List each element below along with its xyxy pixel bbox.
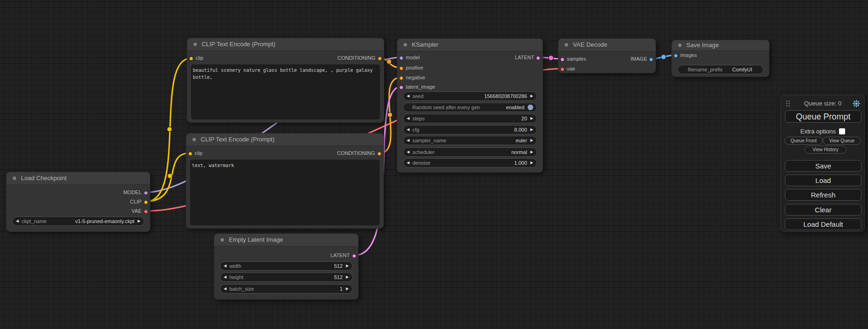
negative-input-slot[interactable]	[399, 76, 403, 80]
node-load-checkpoint[interactable]: Load Checkpoint MODEL CLIP VAE ◀ ckpt_na…	[6, 172, 150, 232]
increment-arrow-icon[interactable]: ▶	[530, 128, 533, 132]
collapse-dot-icon[interactable]	[192, 137, 197, 142]
widget-value: 1	[340, 286, 343, 292]
node-save-image[interactable]: Save Image images filename_prefix ComfyU…	[671, 40, 769, 77]
node-clip-text-encode-negative[interactable]: CLIP Text Encode (Prompt) clip CONDITION…	[186, 133, 384, 229]
increment-arrow-icon[interactable]: ▶	[346, 264, 349, 268]
prompt-textarea[interactable]: beautiful scenery nature glass bottle la…	[191, 64, 380, 119]
decrement-arrow-icon[interactable]: ◀	[407, 128, 409, 132]
save-button[interactable]: Save	[785, 160, 861, 172]
filename-prefix-widget[interactable]: filename_prefix ComfyUI	[677, 65, 763, 74]
node-empty-latent-image[interactable]: Empty Latent Image LATENT ◀ width 512 ▶ …	[214, 233, 359, 300]
model-input-slot[interactable]	[399, 56, 403, 60]
samples-input-slot[interactable]	[560, 57, 565, 62]
widget-value: 8.000	[514, 127, 527, 133]
increment-arrow-icon[interactable]: ▶	[346, 287, 349, 291]
node-title-bar[interactable]: Save Image	[672, 40, 769, 51]
widget-value: enabled	[506, 105, 524, 110]
latent-output-slot[interactable]	[352, 254, 356, 258]
increment-arrow-icon[interactable]: ▶	[346, 275, 349, 279]
node-title: VAE Decode	[573, 41, 607, 48]
decrement-arrow-icon[interactable]: ◀	[407, 161, 409, 165]
decrement-arrow-icon[interactable]: ◀	[407, 94, 409, 98]
node-title-bar[interactable]: KSampler	[397, 39, 543, 51]
vae-input-slot[interactable]	[560, 67, 565, 71]
output-label: CLIP	[130, 199, 141, 204]
toggle-icon[interactable]	[528, 105, 533, 110]
increment-arrow-icon[interactable]: ▶	[530, 161, 533, 165]
widget-label: sampler_name	[412, 138, 446, 143]
node-vae-decode[interactable]: VAE Decode samples IMAGE vae	[558, 38, 656, 73]
image-output-slot[interactable]	[649, 57, 653, 62]
increment-arrow-icon[interactable]: ▶	[530, 150, 533, 154]
positive-input-slot[interactable]	[399, 66, 403, 70]
latent-image-input-slot[interactable]	[399, 85, 403, 90]
sampler-name-widget[interactable]: ◀ sampler_name euler ▶	[403, 136, 537, 145]
node-title-bar[interactable]: VAE Decode	[558, 39, 656, 51]
clear-button[interactable]: Clear	[785, 204, 861, 216]
decrement-arrow-icon[interactable]: ◀	[224, 264, 226, 268]
queue-prompt-button[interactable]: Queue Prompt	[785, 110, 861, 123]
node-graph-canvas[interactable]: Load Checkpoint MODEL CLIP VAE ◀ ckpt_na…	[0, 0, 868, 329]
output-label: IMAGE	[631, 56, 647, 62]
view-history-button[interactable]: View History	[804, 146, 847, 154]
increment-arrow-icon[interactable]: ▶	[530, 117, 533, 120]
decrement-arrow-icon[interactable]: ◀	[224, 287, 226, 291]
node-title-bar[interactable]: Empty Latent Image	[214, 234, 358, 246]
clip-input-slot[interactable]	[188, 152, 192, 156]
collapse-dot-icon[interactable]	[677, 43, 682, 48]
load-button[interactable]: Load	[785, 175, 861, 186]
seed-control-widget[interactable]: Random seed after every gen enabled	[403, 103, 537, 112]
decrement-arrow-icon[interactable]: ◀	[224, 275, 226, 279]
slot-row: negative	[397, 74, 543, 82]
output-label: MODEL	[123, 189, 141, 195]
collapse-dot-icon[interactable]	[12, 176, 17, 181]
node-title-bar[interactable]: CLIP Text Encode (Prompt)	[187, 38, 384, 51]
conditioning-output-slot[interactable]	[378, 56, 382, 61]
steps-widget[interactable]: ◀ steps 20 ▶	[403, 114, 537, 123]
view-queue-button[interactable]: View Queue	[823, 137, 861, 145]
clip-output-slot[interactable]	[144, 200, 148, 204]
collapse-dot-icon[interactable]	[564, 42, 569, 47]
widget-value: normal	[511, 149, 527, 155]
node-ksampler[interactable]: KSampler model LATENT positive negative …	[397, 38, 543, 173]
increment-arrow-icon[interactable]: ▶	[530, 139, 533, 142]
decrement-arrow-icon[interactable]: ◀	[407, 117, 409, 120]
node-clip-text-encode-positive[interactable]: CLIP Text Encode (Prompt) clip CONDITION…	[187, 38, 384, 123]
model-output-slot[interactable]	[144, 191, 148, 195]
output-label: CONDITIONING	[337, 150, 375, 156]
ckpt-name-widget[interactable]: ◀ ckpt_name v1-5-pruned-emaonly.ckpt ▶	[12, 217, 144, 226]
decrement-arrow-icon[interactable]: ◀	[407, 150, 409, 154]
collapse-dot-icon[interactable]	[193, 42, 198, 47]
node-title-bar[interactable]: Load Checkpoint	[7, 172, 150, 185]
decrement-arrow-icon[interactable]: ◀	[16, 219, 19, 223]
collapse-dot-icon[interactable]	[220, 238, 225, 242]
conditioning-output-slot[interactable]	[377, 152, 381, 156]
batch-size-widget[interactable]: ◀ batch_size 1 ▶	[220, 284, 353, 294]
collapse-dot-icon[interactable]	[403, 42, 408, 47]
widget-label: scheduler	[412, 149, 435, 155]
cfg-widget[interactable]: ◀ cfg 8.000 ▶	[403, 125, 537, 134]
width-widget[interactable]: ◀ width 512 ▶	[220, 261, 353, 271]
extra-options-checkbox[interactable]	[839, 128, 845, 134]
prompt-textarea[interactable]: text, watermark	[190, 160, 380, 225]
node-title-bar[interactable]: CLIP Text Encode (Prompt)	[186, 133, 383, 146]
output-row: VAE	[7, 207, 150, 216]
refresh-button[interactable]: Refresh	[785, 189, 861, 201]
latent-output-slot[interactable]	[536, 56, 540, 60]
slot-row: vae	[558, 65, 656, 73]
decrement-arrow-icon[interactable]: ◀	[407, 139, 409, 142]
denoise-widget[interactable]: ◀ denoise 1.000 ▶	[403, 158, 537, 168]
settings-gear-icon[interactable]	[853, 100, 860, 109]
images-input-slot[interactable]	[674, 54, 678, 58]
load-default-button[interactable]: Load Default	[785, 218, 861, 230]
scheduler-widget[interactable]: ◀ scheduler normal ▶	[403, 147, 537, 157]
increment-arrow-icon[interactable]: ▶	[530, 94, 533, 98]
seed-widget[interactable]: ◀ seed 156680208700286 ▶	[403, 91, 537, 101]
height-widget[interactable]: ◀ height 512 ▶	[220, 273, 353, 282]
vae-output-slot[interactable]	[144, 210, 148, 214]
queue-front-button[interactable]: Queue Front	[784, 137, 823, 145]
widget-value: euler	[515, 138, 527, 143]
increment-arrow-icon[interactable]: ▶	[138, 219, 141, 223]
clip-input-slot[interactable]	[189, 56, 193, 61]
